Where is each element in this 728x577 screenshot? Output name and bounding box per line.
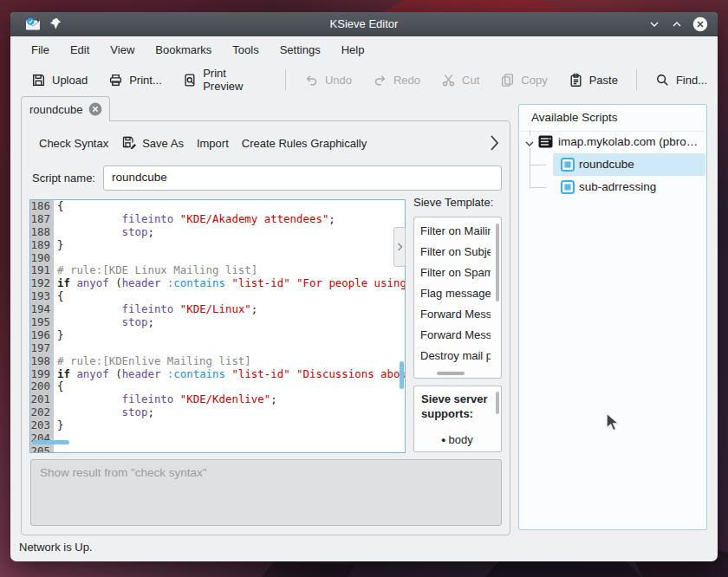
create-rules-button[interactable]: Create Rules Graphically (242, 137, 367, 150)
script-checkbox-icon[interactable] (561, 180, 575, 194)
mouse-cursor (604, 412, 621, 433)
server-capability-item: comp (421, 448, 494, 452)
paste-icon (569, 73, 583, 88)
menubar: File Edit View Bookmarks Tools Settings … (10, 36, 718, 63)
sieve-server-supports-box[interactable]: Sieve server supports: bodycomp (413, 386, 502, 452)
tab-roundcube[interactable]: roundcube (21, 96, 110, 121)
code-line[interactable]: 190 (30, 252, 405, 265)
tree-item-server[interactable]: imap.mykolab.com (pbro… (558, 131, 704, 153)
undo-icon (304, 73, 319, 88)
undo-button[interactable]: Undo (294, 68, 362, 93)
collapse-handle[interactable] (393, 227, 406, 267)
imap-server-icon (538, 135, 553, 148)
code-line[interactable]: 192if anyof (header :contains "list-id" … (30, 277, 405, 290)
code-line[interactable]: 189} (30, 239, 405, 252)
statusbar-text: Network is Up. (19, 541, 93, 554)
template-list-item[interactable]: Filter on Mailing List (420, 221, 491, 242)
save-as-button[interactable]: Save As (121, 135, 184, 151)
script-checkbox-icon[interactable] (561, 158, 575, 172)
template-list-item[interactable]: Forward Message (420, 304, 491, 325)
code-line[interactable]: 197 (30, 342, 405, 355)
script-name-input[interactable]: roundcube (103, 165, 502, 191)
available-scripts-title: Available Scripts (531, 111, 618, 124)
tree-item-roundcube[interactable]: roundcube (579, 153, 634, 176)
code-line[interactable]: 196} (30, 329, 405, 342)
main-toolbar: Upload Print... Print Preview Undo Redo … (10, 63, 718, 96)
maximize-button[interactable] (669, 16, 685, 32)
ksieve-editor-window: KSieve Editor File Edit View Bookmarks T… (10, 12, 718, 561)
code-line[interactable]: 193{ (30, 290, 405, 303)
cut-button[interactable]: Cut (431, 68, 490, 93)
editor-horizontal-scrollbar[interactable] (32, 440, 69, 444)
print-preview-icon (183, 73, 197, 88)
copy-button[interactable]: Copy (490, 68, 557, 93)
available-scripts-panel: Available Scripts imap.mykolab.com (pbro… (518, 104, 707, 530)
template-list-item[interactable]: Filter on Subject (420, 242, 491, 263)
print-preview-button[interactable]: Print Preview (172, 62, 277, 98)
print-icon (108, 73, 123, 88)
template-vertical-scrollbar[interactable] (496, 224, 499, 301)
code-line[interactable]: 203} (30, 419, 405, 432)
template-list-item[interactable]: Forward Message (420, 325, 491, 346)
template-list-item[interactable]: Flag messages (420, 283, 491, 304)
code-line[interactable]: 186{ (30, 200, 405, 213)
sieve-template-list[interactable]: Filter on Mailing ListFilter on SubjectF… (413, 217, 502, 379)
check-syntax-result-box: Show result from "check syntax" (30, 459, 502, 526)
redo-icon (373, 73, 387, 88)
code-line[interactable]: 204 (30, 432, 405, 445)
window-title: KSieve Editor (114, 12, 614, 36)
toolbar-overflow-chevron-icon[interactable] (485, 133, 503, 153)
template-list-item[interactable]: Filter on Spam (420, 263, 491, 283)
editor-toolbar: Check Syntax Save As Import Create Rules… (22, 128, 480, 158)
script-name-label: Script name: (32, 172, 95, 185)
code-line[interactable]: 201 fileinto "KDE/Kdenlive"; (30, 393, 405, 406)
minimize-button[interactable] (647, 16, 662, 32)
menu-edit[interactable]: Edit (60, 36, 100, 63)
template-list-item[interactable]: Destroy mail posted (420, 346, 491, 366)
sieve-server-supports-title: Sieve server supports: (421, 392, 494, 421)
code-line[interactable]: 187 fileinto "KDE/Akademy attendees"; (30, 213, 405, 226)
menu-view[interactable]: View (100, 36, 145, 63)
menu-help[interactable]: Help (331, 36, 375, 63)
save-as-icon (121, 135, 137, 151)
code-line[interactable]: 194 fileinto "KDE/Linux"; (30, 303, 405, 316)
tab-close-icon[interactable] (88, 102, 102, 116)
code-line[interactable]: 199if anyof (header :contains "list-id" … (30, 368, 405, 381)
menu-file[interactable]: File (21, 36, 60, 63)
titlebar[interactable]: KSieve Editor (10, 12, 718, 36)
server-box-scrollbar[interactable] (496, 392, 499, 414)
code-line[interactable]: 198# rule:[KDEnlive Mailing list] (30, 355, 405, 368)
close-button[interactable] (692, 16, 708, 32)
redo-button[interactable]: Redo (362, 68, 431, 93)
editor-vertical-scrollbar[interactable] (400, 361, 404, 389)
code-line[interactable]: 200{ (30, 380, 405, 393)
cut-icon (441, 73, 456, 88)
paste-button[interactable]: Paste (558, 68, 628, 93)
code-editor[interactable]: 186{187 fileinto "KDE/Akademy attendees"… (29, 199, 406, 453)
toolbar-separator (636, 69, 637, 90)
code-lines: 186{187 fileinto "KDE/Akademy attendees"… (30, 200, 405, 453)
find-icon (655, 73, 670, 88)
code-line[interactable]: 195 stop; (30, 316, 405, 329)
import-button[interactable]: Import (197, 137, 229, 150)
server-capability-item: body (421, 432, 494, 448)
menu-tools[interactable]: Tools (222, 36, 269, 63)
template-horizontal-scrollbar[interactable] (437, 372, 465, 375)
pin-icon[interactable] (49, 17, 62, 30)
code-line[interactable]: 191# rule:[KDE Linux Mailing list] (30, 264, 405, 277)
code-line[interactable]: 202 stop; (30, 406, 405, 419)
menu-settings[interactable]: Settings (270, 36, 331, 63)
check-syntax-button[interactable]: Check Syntax (39, 137, 108, 150)
toolbar-separator (285, 69, 286, 90)
code-line[interactable]: 205 (30, 445, 405, 453)
copy-icon (500, 73, 515, 88)
tree-item-sub-adrressing[interactable]: sub-adrressing (579, 176, 656, 198)
tab-label: roundcube (29, 103, 82, 116)
tree-expand-chevron-icon[interactable] (524, 137, 535, 147)
menu-bookmarks[interactable]: Bookmarks (145, 36, 222, 63)
code-line[interactable]: 188 stop; (30, 226, 405, 239)
upload-save-icon (31, 73, 46, 88)
print-button[interactable]: Print... (98, 68, 172, 93)
upload-button[interactable]: Upload (21, 68, 98, 93)
find-button[interactable]: Find... (645, 68, 718, 93)
